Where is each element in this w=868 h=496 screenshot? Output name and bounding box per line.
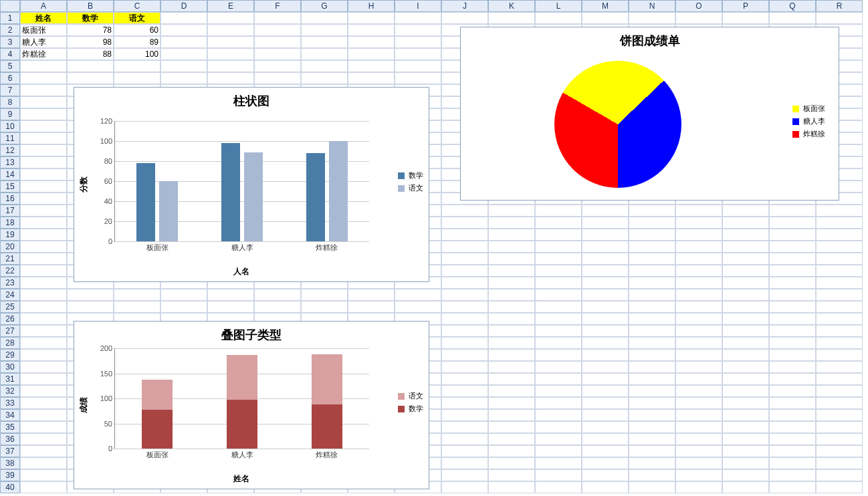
cell[interactable] (20, 445, 67, 457)
row-header[interactable]: 25 (0, 301, 20, 313)
cell[interactable] (675, 325, 722, 337)
cell[interactable] (160, 36, 207, 48)
column-header[interactable]: R (816, 0, 863, 12)
cell[interactable] (675, 385, 722, 397)
cell[interactable] (582, 373, 629, 385)
cell[interactable] (582, 409, 629, 421)
cell[interactable] (629, 361, 675, 373)
cell[interactable] (582, 277, 629, 289)
cell[interactable] (582, 253, 629, 265)
cell[interactable] (722, 289, 769, 301)
cell[interactable] (582, 217, 629, 229)
cell[interactable] (441, 265, 488, 277)
cell[interactable] (301, 36, 348, 48)
cell[interactable] (816, 301, 863, 313)
cell[interactable] (722, 277, 769, 289)
cell[interactable] (582, 481, 629, 493)
column-header[interactable]: P (722, 0, 769, 12)
cell[interactable] (675, 373, 722, 385)
cell[interactable] (395, 289, 441, 301)
row-header[interactable]: 26 (0, 313, 20, 325)
row-header[interactable]: 2 (0, 24, 20, 36)
row-header[interactable]: 5 (0, 60, 20, 72)
cell[interactable] (675, 481, 722, 493)
cell[interactable] (441, 421, 488, 433)
cell[interactable] (301, 60, 348, 72)
cell[interactable] (722, 445, 769, 457)
cell[interactable] (629, 385, 675, 397)
cell[interactable] (488, 325, 535, 337)
cell[interactable] (535, 457, 582, 469)
column-header[interactable]: O (675, 0, 722, 12)
cell[interactable] (20, 433, 67, 445)
cell[interactable] (301, 301, 348, 313)
cell[interactable] (816, 289, 863, 301)
cell[interactable] (816, 217, 863, 229)
cell[interactable] (722, 325, 769, 337)
column-header[interactable]: K (488, 0, 535, 12)
cell[interactable] (441, 289, 488, 301)
cell[interactable] (160, 289, 207, 301)
cell[interactable] (535, 373, 582, 385)
cell[interactable] (816, 253, 863, 265)
cell[interactable] (160, 12, 207, 24)
cell[interactable]: 100 (114, 48, 160, 60)
cell[interactable] (20, 132, 67, 144)
cell[interactable] (488, 277, 535, 289)
cell[interactable] (20, 241, 67, 253)
row-header[interactable]: 15 (0, 180, 20, 193)
cell[interactable] (769, 433, 816, 445)
cell[interactable] (722, 409, 769, 421)
cell[interactable]: 78 (67, 24, 114, 36)
cell[interactable] (254, 72, 301, 84)
cell[interactable] (769, 361, 816, 373)
cell[interactable] (20, 325, 67, 337)
row-header[interactable]: 31 (0, 373, 20, 385)
cell[interactable] (488, 349, 535, 361)
cell[interactable] (582, 385, 629, 397)
cell[interactable] (582, 349, 629, 361)
cell[interactable] (395, 24, 441, 36)
cell[interactable] (769, 469, 816, 481)
cell[interactable] (722, 457, 769, 469)
row-header[interactable]: 36 (0, 433, 20, 445)
cell[interactable] (629, 313, 675, 325)
cell[interactable] (441, 409, 488, 421)
cell[interactable] (582, 313, 629, 325)
cell[interactable] (722, 241, 769, 253)
row-header[interactable]: 21 (0, 253, 20, 265)
cell[interactable]: 60 (114, 24, 160, 36)
cell[interactable] (488, 373, 535, 385)
cell[interactable] (160, 24, 207, 36)
cell[interactable] (20, 168, 67, 180)
cell[interactable] (816, 325, 863, 337)
cell[interactable] (441, 373, 488, 385)
cell[interactable] (441, 277, 488, 289)
cell[interactable] (722, 385, 769, 397)
cell[interactable] (675, 301, 722, 313)
column-header[interactable]: C (114, 0, 160, 12)
cell[interactable] (207, 12, 254, 24)
cell[interactable] (582, 241, 629, 253)
cell[interactable] (675, 337, 722, 349)
cell[interactable] (629, 205, 675, 217)
cell[interactable] (348, 60, 395, 72)
cell[interactable] (441, 12, 488, 24)
cell[interactable] (675, 361, 722, 373)
cell[interactable] (67, 289, 114, 301)
cell[interactable] (582, 205, 629, 217)
cell[interactable] (254, 289, 301, 301)
cell[interactable] (20, 229, 67, 241)
cell[interactable] (769, 373, 816, 385)
cell[interactable] (629, 433, 675, 445)
cell[interactable]: 板面张 (20, 24, 67, 36)
cell[interactable] (301, 12, 348, 24)
cell[interactable] (675, 421, 722, 433)
cell[interactable]: 语文 (114, 12, 160, 24)
cell[interactable] (488, 301, 535, 313)
cell[interactable] (582, 229, 629, 241)
select-all-corner[interactable] (0, 0, 20, 12)
cell[interactable] (348, 301, 395, 313)
cell[interactable] (722, 12, 769, 24)
cell[interactable] (769, 217, 816, 229)
